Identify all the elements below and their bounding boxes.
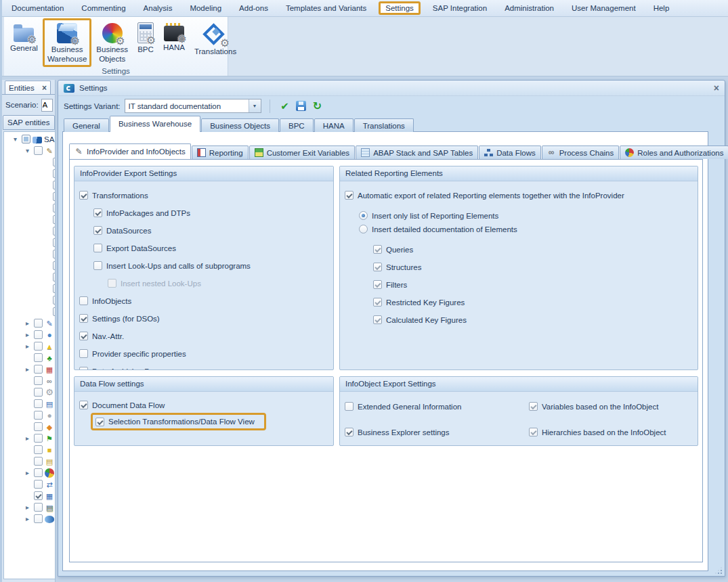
tree-checkbox[interactable] (53, 273, 55, 282)
tree-checkbox[interactable] (34, 503, 43, 512)
tree-checkbox[interactable] (53, 307, 55, 316)
option-filters[interactable]: Filters (340, 279, 698, 290)
tree-checkbox[interactable] (53, 296, 55, 305)
apply-check-icon[interactable] (277, 99, 293, 114)
tree-item[interactable] (4, 501, 55, 513)
option-selection-transformations-data-flow-view[interactable]: Selection Transformations/Data Flow View (74, 413, 333, 430)
tree-checkbox[interactable] (34, 480, 43, 489)
checkbox[interactable] (529, 402, 538, 411)
scenario-input[interactable] (41, 99, 53, 112)
ribbon-button-business-objects[interactable]: Business Objects (91, 18, 133, 67)
checkbox[interactable] (95, 418, 104, 426)
menu-item-modeling[interactable]: Modeling (190, 4, 221, 12)
checkbox[interactable] (373, 280, 382, 289)
tree-checkbox[interactable] (34, 468, 43, 477)
menu-item-administration[interactable]: Administration (505, 4, 554, 12)
tree-checkbox[interactable] (34, 491, 43, 500)
tree-item[interactable] (4, 513, 55, 524)
tree-checkbox[interactable] (53, 181, 55, 189)
save-icon[interactable] (293, 99, 309, 114)
tree-checkbox[interactable] (34, 376, 43, 385)
option-document-data-flow[interactable]: Document Data Flow (74, 400, 333, 410)
tree-checkbox[interactable] (34, 319, 43, 328)
menu-item-analysis[interactable]: Analysis (144, 4, 173, 12)
tab-bpc[interactable]: BPC (280, 118, 314, 132)
tree-item[interactable] (4, 421, 55, 432)
option-restricted-key-figures[interactable]: Restricted Key Figures (340, 297, 698, 307)
chevron-down-icon[interactable] (23, 148, 32, 154)
tree-checkbox[interactable] (34, 353, 43, 362)
checkbox[interactable] (345, 191, 354, 200)
tree-item[interactable] (4, 179, 55, 191)
tree-checkbox[interactable] (34, 514, 43, 523)
inner-tab-customer-exit-variables[interactable]: Customer Exit Variables (249, 146, 356, 159)
tree-item[interactable] (4, 386, 55, 398)
option-insert-look-ups-and-calls-of-subprograms[interactable]: Insert Look-Ups and calls of subprograms (74, 261, 333, 271)
tree-item[interactable] (4, 260, 55, 271)
option-settings-for-dsos[interactable]: Settings (for DSOs) (74, 313, 333, 323)
option-transformations[interactable]: Transformations (74, 190, 333, 200)
option-automatic-export-of-related-reporting-elements-together-with-the-infoprovider[interactable]: Automatic export of related Reporting el… (340, 190, 698, 200)
tree-item[interactable] (4, 191, 55, 202)
checkbox[interactable] (108, 279, 116, 288)
chevron-down-icon[interactable] (11, 136, 20, 143)
option-nav-attr[interactable]: Nav.-Attr. (74, 331, 333, 341)
menu-item-add-ons[interactable]: Add-ons (239, 4, 268, 12)
option-calculated-key-figures[interactable]: Calculated Key Figures (340, 315, 698, 325)
tree-item[interactable] (4, 294, 55, 306)
tree-item[interactable] (4, 329, 55, 340)
option-queries[interactable]: Queries (340, 244, 698, 254)
tree-checkbox[interactable] (34, 365, 43, 374)
checkbox[interactable] (93, 261, 102, 270)
tree-item[interactable] (4, 409, 55, 421)
tree-item[interactable] (4, 375, 55, 386)
tree-checkbox[interactable] (34, 399, 43, 408)
tree-checkbox[interactable] (53, 192, 55, 201)
ribbon-button-translations[interactable]: Translations (190, 18, 241, 60)
tree-item[interactable] (4, 168, 55, 179)
option-business-explorer-settings[interactable]: Business Explorer settings (340, 427, 524, 437)
inner-tab-process-chains[interactable]: Process Chains (542, 146, 620, 159)
inner-tab-data-flows[interactable]: Data Flows (479, 146, 541, 159)
tree-checkbox[interactable] (53, 227, 55, 236)
tree-item[interactable] (4, 363, 55, 375)
tree-checkbox[interactable] (34, 146, 43, 155)
chevron-right-icon[interactable] (23, 516, 32, 522)
checkbox[interactable] (79, 296, 88, 305)
tab-sap-entities[interactable]: SAP entities (3, 115, 55, 130)
tree-checkbox[interactable] (22, 135, 30, 143)
ribbon-button-bpc[interactable]: BPC (133, 18, 158, 58)
menu-item-sap-integration[interactable]: SAP Integration (433, 4, 487, 12)
tree-item[interactable] (4, 340, 55, 352)
variant-input[interactable] (125, 99, 249, 112)
tree-item[interactable] (4, 490, 55, 501)
ribbon-button-business-warehouse[interactable]: Business Warehouse (43, 18, 91, 67)
variant-combobox[interactable] (125, 99, 261, 113)
checkbox[interactable] (79, 191, 88, 200)
checkbox[interactable] (373, 315, 382, 324)
tree-item[interactable] (4, 432, 55, 444)
checkbox[interactable] (79, 332, 88, 340)
chevron-right-icon[interactable] (23, 366, 32, 373)
option-structures[interactable]: Structures (340, 262, 698, 272)
tree-item[interactable] (4, 455, 55, 467)
tree-item[interactable] (4, 248, 55, 260)
menu-item-commenting[interactable]: Commenting (81, 4, 125, 12)
refresh-icon[interactable] (309, 99, 326, 114)
option-export-datasources[interactable]: Export DataSources (74, 243, 333, 253)
tree-item[interactable] (4, 283, 55, 294)
tree-checkbox[interactable] (53, 261, 55, 270)
tree-item[interactable] (4, 202, 55, 214)
radio-button[interactable] (359, 211, 368, 220)
tree-checkbox[interactable] (34, 434, 43, 443)
close-icon[interactable]: × (42, 84, 47, 92)
chevron-right-icon[interactable] (23, 470, 32, 476)
checkbox[interactable] (373, 263, 382, 271)
tree-item[interactable] (4, 352, 55, 363)
tab-entities[interactable]: Entities × (5, 81, 51, 95)
option-datasources[interactable]: DataSources (74, 225, 333, 236)
checkbox[interactable] (529, 428, 538, 436)
chevron-right-icon[interactable] (23, 320, 32, 327)
option-hierarchies-based-on-the-infoobject[interactable]: Hierarchies based on the InfoObject (524, 427, 698, 437)
checkbox[interactable] (79, 401, 88, 409)
